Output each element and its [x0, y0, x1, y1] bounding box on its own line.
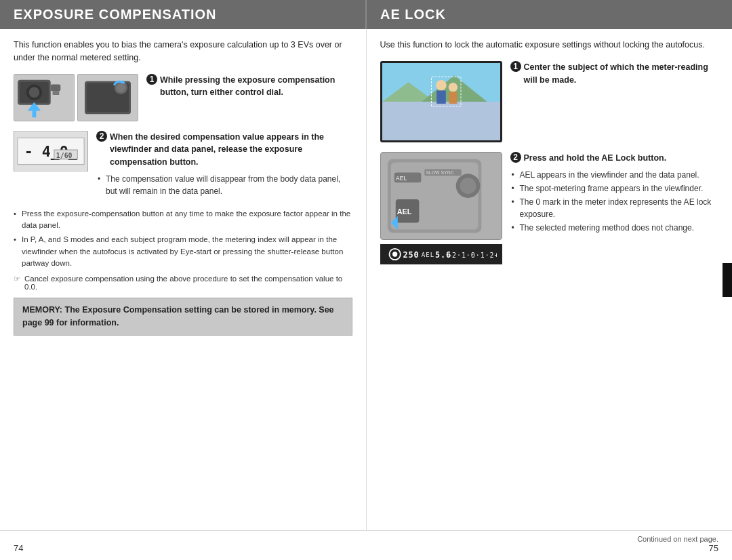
note-2: In P, A, and S modes and each subject pr…	[14, 234, 352, 269]
right-intro-text: Use this function to lock the automatic …	[380, 39, 719, 52]
camera-image-1	[14, 74, 75, 121]
step2-text: 2 When the desired compensation value ap…	[96, 131, 352, 199]
camera-control-image: AEL SLOW SYNC AEL	[380, 152, 502, 240]
svg-text:AEL: AEL	[396, 207, 411, 215]
ael-display-bar: 250 AEL 5.6 –2·1·0·1·2+	[380, 244, 502, 264]
svg-text:250: 250	[403, 249, 419, 259]
right-section-title: AE LOCK	[380, 7, 446, 22]
memory-box: MEMORY: The Exposure Compensation settin…	[14, 298, 352, 336]
header-left: EXPOSURE COMPENSATION	[0, 0, 365, 29]
right-step2-bullets: AEL appears in the viewfinder and the da…	[510, 169, 719, 234]
note-1: Press the exposure-compensation button a…	[14, 208, 352, 232]
right-step2-header: 2 Press and hold the AE Lock button.	[510, 152, 719, 165]
right-page-number: 75	[709, 543, 718, 553]
svg-point-13	[117, 83, 126, 92]
right-step1-header: 1 Center the subject of which the meter-…	[510, 61, 719, 87]
step2-bullets: The compensation value will disappear fr…	[96, 173, 352, 197]
header-right: AE LOCK	[365, 0, 732, 29]
page: EXPOSURE COMPENSATION AE LOCK This funct…	[0, 0, 732, 560]
right-step2-label: Press and hold the AE Lock button.	[524, 152, 667, 165]
right-step1-text: 1 Center the subject of which the meter-…	[510, 61, 719, 88]
svg-rect-26	[436, 90, 446, 103]
svg-rect-6	[53, 91, 60, 95]
svg-point-44	[392, 252, 397, 256]
svg-rect-28	[449, 92, 457, 103]
step2-header: 2 When the desired compensation value ap…	[96, 131, 352, 169]
svg-rect-8	[33, 111, 37, 117]
right-column: Use this function to lock the automatic …	[367, 29, 733, 530]
svg-text:–2·1·0·1·2+: –2·1·0·1·2+	[447, 251, 497, 258]
viewfinder-image	[380, 61, 502, 142]
main-content: This function enables you to bias the ca…	[0, 29, 732, 530]
cancel-note: Cancel exposure compensation using the a…	[14, 275, 352, 291]
svg-point-4	[29, 87, 40, 98]
right-step2-row: AEL SLOW SYNC AEL	[380, 152, 719, 264]
svg-rect-5	[51, 84, 61, 91]
step2-bullet1: The compensation value will disappear fr…	[98, 173, 352, 197]
step1-images	[14, 74, 138, 121]
left-page-number: 74	[14, 543, 23, 553]
svg-point-25	[436, 80, 446, 90]
svg-text:AEL: AEL	[395, 175, 407, 182]
svg-text:1/60: 1/60	[56, 151, 73, 159]
right-bullet4: The selected metering method does not ch…	[512, 222, 719, 234]
page-header: EXPOSURE COMPENSATION AE LOCK	[0, 0, 732, 29]
left-step1-row: 1 While pressing the exposure compensati…	[14, 74, 352, 121]
data-panel-image: - 4̲0̲ 1/60	[14, 131, 88, 172]
svg-point-38	[460, 178, 476, 194]
left-step2-row: - 4̲0̲ 1/60 2 When the desired compensat…	[14, 131, 352, 199]
left-intro-text: This function enables you to bias the ca…	[14, 39, 352, 64]
camera-image-2	[77, 74, 138, 121]
left-section-title: EXPOSURE COMPENSATION	[14, 7, 217, 22]
svg-text:AEL: AEL	[421, 251, 434, 258]
step2-label: When the desired compensation value appe…	[110, 131, 352, 169]
step1-header: 1 While pressing the exposure compensati…	[146, 74, 352, 100]
page-footer: 74 Continued on next page. 75	[0, 530, 732, 560]
right-bullet3: The 0 mark in the meter index represents…	[512, 196, 719, 220]
step1-text: 1 While pressing the exposure compensati…	[146, 74, 352, 101]
svg-point-27	[448, 83, 458, 92]
right-step1-label: Center the subject of which the meter-re…	[524, 61, 719, 87]
right-bullet1: AEL appears in the viewfinder and the da…	[512, 169, 719, 181]
page-edge-decoration	[723, 263, 732, 297]
svg-rect-21	[382, 102, 500, 141]
right-step2-text: 2 Press and hold the AE Lock button. AEL…	[510, 152, 719, 235]
right-step2-number: 2	[510, 152, 521, 163]
right-step1-row: 1 Center the subject of which the meter-…	[380, 61, 719, 142]
step2-number: 2	[96, 131, 107, 142]
left-notes: Press the exposure-compensation button a…	[14, 208, 352, 269]
right-step1-number: 1	[510, 61, 521, 72]
right-bullet2: The spot-metering frame appears in the v…	[512, 182, 719, 195]
left-column: This function enables you to bias the ca…	[0, 29, 367, 530]
step1-label: While pressing the exposure compensation…	[160, 74, 352, 100]
svg-text:SLOW SYNC: SLOW SYNC	[426, 170, 453, 175]
step1-number: 1	[146, 74, 157, 85]
continued-text: Continued on next page.	[637, 535, 718, 543]
